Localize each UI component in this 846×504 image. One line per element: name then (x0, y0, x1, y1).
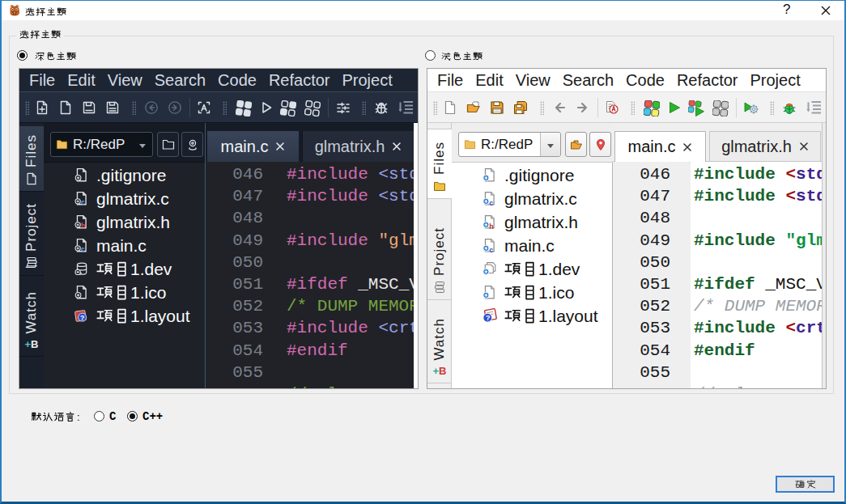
svg-text:c: c (489, 246, 493, 253)
svg-text:c: c (81, 198, 85, 206)
svg-text:h: h (81, 222, 85, 230)
svg-text:c: c (81, 245, 85, 253)
svg-text:h: h (489, 222, 493, 230)
svg-text:?: ? (80, 314, 84, 322)
svg-text:?: ? (486, 313, 491, 322)
svg-text:c: c (489, 199, 493, 206)
